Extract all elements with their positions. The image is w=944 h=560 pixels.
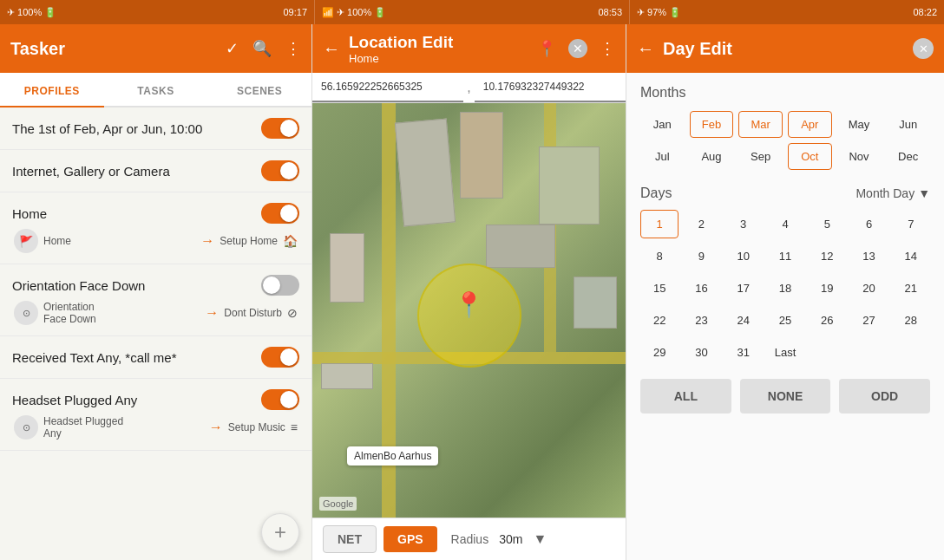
day-cell[interactable]: 1	[640, 210, 678, 238]
more-icon[interactable]: ⋮	[600, 39, 615, 58]
day-cell[interactable]: Last	[766, 338, 804, 367]
day-action-all-button[interactable]: ALL	[640, 379, 731, 413]
day-cell[interactable]: 11	[766, 242, 804, 270]
days-dropdown[interactable]: Month Day ▼	[856, 186, 930, 200]
gps-button[interactable]: GPS	[384, 526, 437, 552]
more-icon[interactable]: ⋮	[285, 39, 301, 58]
month-cell[interactable]: Aug	[690, 143, 734, 170]
arrow-icon: →	[205, 305, 219, 321]
day-cell[interactable]: 31	[724, 338, 763, 367]
map-title: Location Edit	[349, 33, 528, 52]
tab-profiles[interactable]: PROFILES	[0, 73, 104, 107]
day-cell[interactable]: 29	[640, 338, 678, 367]
tab-scenes[interactable]: SCENES	[207, 73, 311, 106]
tasker-header-icons: ✓ 🔍 ⋮	[226, 39, 301, 58]
map-area[interactable]: 📍 AlmenBo Aarhus Google	[312, 103, 626, 518]
day-cell[interactable]: 16	[682, 274, 720, 303]
day-cell[interactable]: 24	[724, 306, 763, 335]
day-cell[interactable]: 18	[766, 274, 804, 303]
net-button[interactable]: NET	[323, 525, 377, 553]
profile-name: The 1st of Feb, Apr or Jun, 10:00	[12, 121, 202, 136]
panel-day: ← Day Edit ✕ Months JanFebMarAprMayJunJu…	[626, 24, 944, 560]
coord-lng-input[interactable]	[475, 73, 626, 102]
day-cell[interactable]: 12	[808, 242, 846, 270]
status-time-1: 09:17	[283, 7, 307, 17]
check-icon[interactable]: ✓	[226, 39, 239, 58]
month-cell[interactable]: Sep	[738, 143, 783, 170]
day-back-button[interactable]: ←	[637, 39, 654, 59]
month-cell[interactable]: Jun	[886, 111, 930, 138]
search-icon[interactable]: 🔍	[252, 39, 272, 58]
radius-dropdown-arrow[interactable]: ▼	[533, 531, 547, 547]
profile-header: Orientation Face Down	[12, 275, 299, 296]
day-cell[interactable]: 19	[808, 274, 846, 303]
day-cell[interactable]: 2	[682, 210, 720, 238]
month-cell[interactable]: Jan	[640, 111, 685, 138]
day-cell[interactable]: 3	[724, 210, 763, 238]
month-cell[interactable]: Apr	[788, 111, 832, 138]
profile-sub: ⊙ OrientationFace Down → Dont Disturb ⊘	[12, 301, 299, 325]
profile-header: The 1st of Feb, Apr or Jun, 10:00	[12, 118, 299, 139]
day-cell[interactable]: 27	[849, 306, 888, 335]
day-cell[interactable]: 14	[892, 242, 930, 270]
map-header: ← Location Edit Home 📍 ✕ ⋮	[312, 24, 626, 73]
profile-header: Headset Plugged Any	[12, 389, 299, 410]
month-cell[interactable]: Oct	[788, 143, 832, 170]
day-cell[interactable]: 15	[640, 274, 678, 303]
day-cell[interactable]: 7	[892, 210, 930, 238]
disturb-icon: ⊘	[287, 306, 298, 320]
back-button[interactable]: ←	[323, 39, 340, 59]
toggle-2[interactable]	[261, 160, 299, 181]
day-cell[interactable]: 23	[682, 306, 720, 335]
toggle-4[interactable]	[261, 275, 299, 296]
month-cell[interactable]: Mar	[738, 111, 783, 138]
close-circle-icon[interactable]: ✕	[913, 38, 934, 59]
status-time-3: 08:22	[913, 7, 937, 17]
close-circle-icon[interactable]: ✕	[568, 39, 587, 58]
month-cell[interactable]: Jul	[640, 143, 685, 170]
pin-icon[interactable]: 📍	[537, 39, 556, 58]
sub-icon: 🚩	[14, 229, 38, 253]
day-cell[interactable]: 10	[724, 242, 763, 270]
month-cell[interactable]: May	[837, 111, 882, 138]
day-cell[interactable]: 22	[640, 306, 678, 335]
day-cell[interactable]: 30	[682, 338, 720, 367]
tabs-row: PROFILES TASKS SCENES	[0, 73, 311, 107]
day-cell[interactable]: 6	[849, 210, 888, 238]
day-cell[interactable]: 17	[724, 274, 763, 303]
day-cell[interactable]: 8	[640, 242, 678, 270]
day-cell[interactable]: 5	[808, 210, 846, 238]
day-cell[interactable]: 25	[766, 306, 804, 335]
profile-sub: 🚩 Home → Setup Home 🏠	[12, 229, 299, 253]
month-cell[interactable]: Feb	[690, 111, 734, 138]
day-action-none-button[interactable]: NONE	[740, 379, 831, 413]
day-cell[interactable]: 26	[808, 306, 846, 335]
day-cell[interactable]: 4	[766, 210, 804, 238]
profile-item: Orientation Face Down ⊙ OrientationFace …	[0, 264, 311, 336]
toggle-5[interactable]	[261, 347, 299, 368]
tab-tasks[interactable]: TASKS	[104, 73, 208, 106]
day-cell[interactable]: 9	[682, 242, 720, 270]
status-left-3: ✈ 97% 🔋	[637, 7, 681, 18]
sub-action: Setup Home	[220, 235, 278, 247]
day-actions: ALLNONEODD	[640, 379, 930, 413]
day-cell[interactable]: 13	[849, 242, 888, 270]
status-left-1: ✈ 100% 🔋	[7, 7, 56, 18]
day-cell[interactable]: 21	[892, 274, 930, 303]
toggle-3[interactable]	[261, 203, 299, 224]
toggle-1[interactable]	[261, 118, 299, 139]
tasker-header: Tasker ✓ 🔍 ⋮	[0, 24, 311, 73]
day-cell[interactable]: 28	[892, 306, 930, 335]
month-cell[interactable]: Dec	[886, 143, 930, 170]
toggle-6[interactable]	[261, 389, 299, 410]
coord-lat-input[interactable]	[312, 73, 463, 102]
profile-header: Internet, Gallery or Camera	[12, 160, 299, 181]
status-bar-3: ✈ 97% 🔋 08:22	[630, 0, 944, 24]
day-cell[interactable]: 20	[849, 274, 888, 303]
add-profile-button[interactable]: +	[261, 513, 299, 551]
month-cell[interactable]: Nov	[837, 143, 882, 170]
day-action-odd-button[interactable]: ODD	[839, 379, 930, 413]
profile-item: Internet, Gallery or Camera	[0, 150, 311, 192]
day-content: Months JanFebMarAprMayJunJulAugSepOctNov…	[626, 73, 944, 560]
day-header: ← Day Edit ✕	[626, 24, 944, 73]
